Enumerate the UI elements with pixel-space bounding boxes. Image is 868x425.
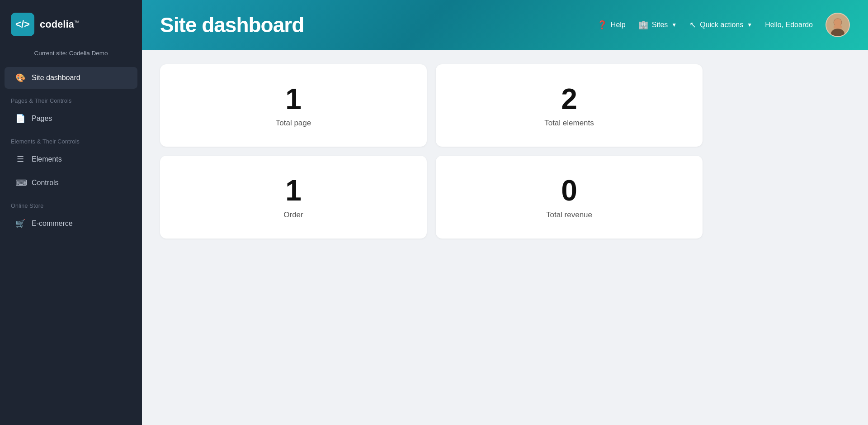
current-site-label: Current site: Codelia Demo (0, 47, 142, 66)
help-button[interactable]: ❓ Help (597, 20, 626, 30)
content-area: 1 Total page 2 Total elements 1 Order 0 … (142, 50, 868, 425)
page-title: Site dashboard (160, 13, 304, 37)
stats-grid: 1 Total page 2 Total elements 1 Order 0 … (160, 64, 703, 239)
sidebar-item-label: Controls (32, 179, 59, 187)
stat-card-total-page: 1 Total page (160, 64, 427, 147)
sites-icon: 🏢 (638, 20, 648, 30)
dashboard-icon: 🎨 (15, 73, 25, 83)
sidebar-item-label: Pages (32, 115, 52, 123)
sites-label: Sites (652, 21, 668, 29)
stat-card-order: 1 Order (160, 156, 427, 238)
brand-name: codelia™ (40, 19, 79, 30)
chevron-down-icon: ▼ (747, 22, 752, 28)
sidebar-item-label: Site dashboard (32, 74, 80, 82)
sites-button[interactable]: 🏢 Sites ▼ (638, 20, 677, 30)
greeting-text: Hello, Edoardo (765, 21, 813, 29)
stat-number-total-revenue: 0 (561, 175, 577, 206)
stat-number-total-elements: 2 (561, 83, 577, 115)
pages-icon: 📄 (15, 114, 25, 124)
stat-card-total-revenue: 0 Total revenue (436, 156, 703, 238)
stat-label-total-elements: Total elements (544, 119, 594, 128)
sidebar-item-label: E-commerce (32, 220, 73, 228)
stat-number-order: 1 (285, 175, 302, 206)
cursor-icon: ↖ (689, 20, 696, 30)
help-icon: ❓ (597, 20, 607, 30)
sidebar-item-label: Elements (32, 155, 62, 163)
sidebar-item-pages[interactable]: 📄 Pages (5, 108, 137, 129)
controls-icon: ⌨ (15, 178, 25, 188)
logo-icon: </> (11, 13, 34, 36)
quick-actions-label: Quick actions (700, 21, 743, 29)
stat-number-total-page: 1 (285, 83, 302, 115)
sidebar: </> codelia™ Current site: Codelia Demo … (0, 0, 142, 425)
svg-rect-4 (834, 25, 842, 29)
quick-actions-button[interactable]: ↖ Quick actions ▼ (689, 20, 752, 30)
stat-label-total-page: Total page (276, 119, 311, 128)
stat-label-total-revenue: Total revenue (546, 210, 592, 220)
chevron-down-icon: ▼ (671, 22, 677, 28)
sidebar-section-elements: Elements & Their Controls (0, 130, 142, 148)
help-label: Help (611, 21, 626, 29)
header: Site dashboard ❓ Help 🏢 Sites ▼ ↖ Quick … (142, 0, 868, 50)
sidebar-item-controls[interactable]: ⌨ Controls (5, 172, 137, 194)
sidebar-section-pages: Pages & Their Controls (0, 90, 142, 107)
avatar[interactable] (826, 13, 850, 37)
logo-area: </> codelia™ (0, 0, 142, 47)
main-area: Site dashboard ❓ Help 🏢 Sites ▼ ↖ Quick … (142, 0, 868, 425)
ecommerce-icon: 🛒 (15, 219, 25, 229)
svg-point-3 (834, 19, 842, 26)
sidebar-section-store: Online Store (0, 195, 142, 212)
elements-icon: ☰ (15, 154, 25, 164)
header-actions: ❓ Help 🏢 Sites ▼ ↖ Quick actions ▼ Hello… (597, 13, 850, 37)
stat-label-order: Order (283, 210, 303, 220)
sidebar-item-ecommerce[interactable]: 🛒 E-commerce (5, 213, 137, 234)
stat-card-total-elements: 2 Total elements (436, 64, 703, 147)
sidebar-item-elements[interactable]: ☰ Elements (5, 148, 137, 170)
sidebar-item-site-dashboard[interactable]: 🎨 Site dashboard (5, 67, 137, 89)
